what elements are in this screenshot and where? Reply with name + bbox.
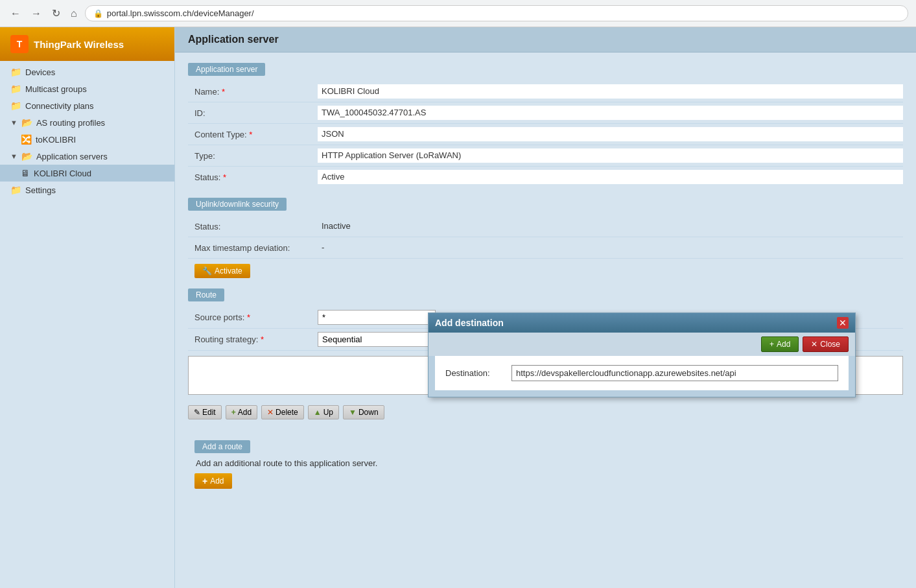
dialog-title: Add destination <box>435 318 504 328</box>
field-value-type: HTTP Application Server (LoRaWAN) <box>318 148 903 163</box>
page-title: Application server <box>175 27 916 53</box>
field-label-status-as: Status: * <box>188 172 318 182</box>
sidebar-label-app-servers: Application servers <box>36 152 108 161</box>
field-value-content-type: JSON <box>318 127 903 141</box>
expand-icon: ▼ <box>10 152 18 160</box>
field-label-routing-strategy: Routing strategy: * <box>188 335 318 344</box>
sidebar-nav: 📁 Devices 📁 Multicast groups 📁 Connectiv… <box>0 61 174 201</box>
dialog-toolbar: + Add ✕ Close <box>429 333 855 356</box>
back-button[interactable]: ← <box>8 6 23 21</box>
sidebar-item-tokolibri[interactable]: 🔀 toKOLIBRI <box>0 131 174 148</box>
sidebar-label-as-routing: AS routing profiles <box>36 118 105 128</box>
dialog-close-label: Close <box>820 340 840 349</box>
field-content-type: Content Type: * JSON <box>188 124 903 145</box>
item-icon: 🔀 <box>21 134 32 145</box>
required-star: * <box>261 335 264 344</box>
item-icon: 🖥 <box>21 168 30 178</box>
source-ports-input[interactable] <box>318 310 436 325</box>
lock-icon: 🔒 <box>93 9 103 18</box>
dialog-close-button[interactable]: ✕ Close <box>803 336 849 352</box>
field-label-type: Type: <box>188 151 318 161</box>
sidebar-item-multicast[interactable]: 📁 Multicast groups <box>0 80 174 97</box>
field-id: ID: TWA_100045032.47701.AS <box>188 102 903 124</box>
field-label-max-timestamp: Max timestamp deviation: <box>188 243 318 253</box>
action-buttons-bar: ✎ Edit + Add ✕ Delete ▲ Up <box>188 400 903 425</box>
sidebar-label-connectivity: Connectivity plans <box>25 101 94 111</box>
dialog-x-button[interactable]: ✕ <box>837 317 849 329</box>
edit-button[interactable]: ✎ Edit <box>188 405 222 419</box>
section-title-app-server: Application server <box>188 63 265 76</box>
sidebar-item-connectivity[interactable]: 📁 Connectivity plans <box>0 97 174 114</box>
folder-icon: 📁 <box>10 100 21 111</box>
dialog-add-button[interactable]: + Add <box>761 336 799 352</box>
app-container: T ThingPark Wireless 📁 Devices 📁 Multica… <box>0 27 916 588</box>
section-title-security: Uplink/downlink security <box>188 198 287 211</box>
dialog-content: Destination: <box>435 356 849 390</box>
up-button[interactable]: ▲ Up <box>308 405 339 419</box>
sidebar-item-devices[interactable]: 📁 Devices <box>0 64 174 80</box>
folder-icon: 📁 <box>10 67 21 77</box>
sidebar-label-multicast: Multicast groups <box>25 84 87 94</box>
field-value-status-as: Active <box>318 170 903 184</box>
add-route-icon: + <box>202 476 207 486</box>
field-value-max-timestamp: - <box>318 241 903 255</box>
field-max-timestamp: Max timestamp deviation: - <box>188 237 903 259</box>
dialog-close-icon: ✕ <box>811 340 817 349</box>
field-value-id: TWA_100045032.47701.AS <box>318 106 903 120</box>
edit-label: Edit <box>202 408 216 417</box>
dialog-add-label: Add <box>777 340 790 349</box>
activate-button[interactable]: 🔧 Activate <box>194 264 250 278</box>
destination-field-row: Destination: <box>445 365 838 381</box>
add-route-section: Add a route Add an additional route to t… <box>188 435 903 494</box>
activate-icon: 🔧 <box>202 266 212 276</box>
down-button[interactable]: ▼ Down <box>343 405 384 419</box>
app-logo: T <box>10 35 29 53</box>
delete-button[interactable]: ✕ Delete <box>261 405 304 419</box>
down-label: Down <box>358 408 379 417</box>
sidebar-item-settings[interactable]: 📁 Settings <box>0 182 174 198</box>
required-star: * <box>247 312 250 322</box>
sidebar-item-as-routing[interactable]: ▼ 📂 AS routing profiles <box>0 114 174 131</box>
sidebar-label-settings: Settings <box>25 185 56 195</box>
field-label-id: ID: <box>188 108 318 118</box>
section-title-route: Route <box>188 288 224 301</box>
field-security-status: Status: Inactive <box>188 216 903 237</box>
add-label: Add <box>238 408 252 417</box>
sidebar: T ThingPark Wireless 📁 Devices 📁 Multica… <box>0 27 175 588</box>
up-label: Up <box>323 408 333 417</box>
address-bar[interactable]: 🔒 portal.lpn.swisscom.ch/deviceManager/ <box>85 5 908 21</box>
app-title: ThingPark Wireless <box>34 39 124 50</box>
routing-strategy-input[interactable] <box>318 332 436 347</box>
dialog-titlebar: Add destination ✕ <box>429 313 855 333</box>
add-route-title: Add a route <box>194 440 250 453</box>
add-icon: + <box>231 408 236 417</box>
sidebar-item-app-servers[interactable]: ▼ 📂 Application servers <box>0 148 174 165</box>
reload-button[interactable]: ↻ <box>49 6 63 21</box>
sidebar-item-kolibri-cloud[interactable]: 🖥 KOLIBRI Cloud <box>0 165 174 182</box>
field-name: Name: * KOLIBRI Cloud <box>188 81 903 102</box>
field-status-as: Status: * Active <box>188 167 903 187</box>
add-destination-dialog: Add destination ✕ + Add ✕ Close <box>428 312 856 397</box>
destination-label: Destination: <box>445 368 504 378</box>
required-star: * <box>249 130 252 139</box>
field-label-source-ports: Source ports: * <box>188 312 318 322</box>
security-section: Uplink/downlink security Status: Inactiv… <box>188 198 903 278</box>
add-route-label: Add <box>210 476 224 486</box>
destination-input[interactable] <box>511 365 838 381</box>
delete-label: Delete <box>276 408 298 417</box>
forward-button[interactable]: → <box>29 6 44 21</box>
folder-icon: 📂 <box>21 117 32 128</box>
edit-icon: ✎ <box>194 408 200 417</box>
browser-chrome: ← → ↻ ⌂ 🔒 portal.lpn.swisscom.ch/deviceM… <box>0 0 916 27</box>
add-route-description: Add an additional route to this applicat… <box>194 458 897 468</box>
content-area: Application server Name: * KOLIBRI Cloud… <box>175 53 916 504</box>
delete-icon: ✕ <box>267 408 274 417</box>
add-route-button[interactable]: + Add <box>194 473 232 489</box>
expand-icon: ▼ <box>10 119 18 126</box>
home-button[interactable]: ⌂ <box>68 6 80 21</box>
folder-icon: 📂 <box>21 151 32 161</box>
sidebar-label-devices: Devices <box>25 67 55 77</box>
field-label-content-type: Content Type: * <box>188 130 318 139</box>
add-destination-button[interactable]: + Add <box>226 405 257 419</box>
field-value-security-status: Inactive <box>318 219 903 233</box>
